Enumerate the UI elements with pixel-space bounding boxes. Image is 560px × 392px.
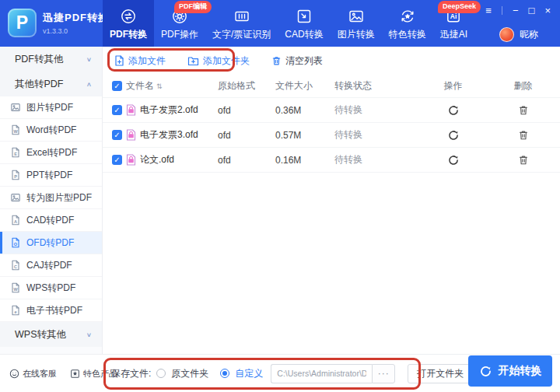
image-icon [10,192,21,203]
image-icon [348,8,365,25]
header: P 迅捷PDF转换器 v1.3.3.0 PDF转换 PDF编辑 PDF操作 [0,0,560,47]
select-all-checkbox[interactable]: ✓ [112,81,122,91]
clear-list-button[interactable]: 清空列表 [271,54,323,68]
table-header-row: ✓ 文件名⇅ 原始格式 文件大小 转换状态 操作 删除 [103,75,560,98]
open-folder-button[interactable]: 打开文件夹 [408,364,473,383]
original-folder-radio[interactable] [156,369,166,378]
convert-refresh-icon[interactable] [447,154,460,166]
row-checkbox[interactable]: ✓ [112,155,122,165]
menu-icon[interactable]: ≡ [485,5,492,16]
custom-folder-label[interactable]: 自定义 [235,367,263,380]
ebook-doc-icon: e [10,305,21,316]
deepseek-badge: DeepSeek [438,1,481,13]
ofd-file-icon [126,129,136,141]
file-size: 0.16M [275,155,334,166]
sidebar-item-excel-to-pdf[interactable]: E Excel转PDF [0,142,102,164]
tab-image-convert[interactable]: 图片转换 [331,0,382,47]
tab-label: 特色转换 [389,28,426,41]
maximize-icon[interactable]: □ [529,5,535,16]
svg-text:Ai: Ai [450,12,457,20]
svg-text:E: E [14,152,17,156]
delete-row-icon[interactable] [518,154,529,166]
save-file-options: 保存文件: 原文件夹 自定义 ··· 打开文件夹 [111,355,473,392]
star-refresh-icon [399,8,416,25]
sidebar-item-cad-to-pdf[interactable]: A CAD转PDF [0,209,102,232]
sidebar-item-label: Excel转PDF [26,146,77,159]
column-header-status: 转换状态 [334,79,420,93]
row-checkbox[interactable]: ✓ [112,105,122,115]
sidebar-item-label: CAD转PDF [26,214,74,227]
button-label: 开始转换 [499,364,542,378]
sidebar-item-image-to-pdf[interactable]: 图片转PDF [0,96,102,119]
column-header-name[interactable]: 文件名⇅ [126,79,218,93]
sidebar-item-caj-to-pdf[interactable]: C CAJ转PDF [0,254,102,277]
minimize-icon[interactable]: − [513,5,519,16]
sidebar-item-wps-to-pdf[interactable]: W WPS转PDF [0,277,102,299]
status-badge: 待转换 [334,153,420,166]
sidebar-item-label: 转为图片型PDF [26,191,92,205]
sidebar-item-ebook-to-pdf[interactable]: e 电子书转PDF [0,299,102,322]
folder-plus-icon [187,56,199,66]
ofd-file-icon [126,104,136,116]
save-path-group: ··· [271,364,395,383]
sidebar-item-to-image-pdf[interactable]: 转为图片型PDF [0,187,102,209]
online-service-link[interactable]: 在线客服 [9,368,57,380]
original-folder-label[interactable]: 原文件夹 [171,367,208,380]
sort-icon[interactable]: ⇅ [156,82,163,90]
footer-bar: 在线客服 特色产品 保存文件: 原文件夹 自定义 ··· 打开文件夹 开始转换 [0,354,560,392]
main-content: 添加文件 添加文件夹 清空列表 ✓ 文件名⇅ 原始格式 文件大小 转换状态 操作 [103,47,560,354]
sidebar: PDF转其他 ∨ 其他转PDF ∧ 图片转PDF W Word转PDF E Ex… [0,47,103,354]
pdf-edit-badge: PDF编辑 [174,1,212,13]
ticket-scan-icon [233,8,250,25]
custom-folder-radio[interactable] [220,369,229,378]
column-header-delete: 删除 [486,79,560,93]
convert-refresh-icon[interactable] [447,129,460,142]
tab-xunjie-ai[interactable]: DeepSeek Ai 迅捷AI [433,0,474,47]
star-badge-icon [70,369,80,379]
caj-doc-icon: C [10,260,21,271]
featured-products-link[interactable]: 特色产品 [70,368,117,380]
tab-pdf-convert[interactable]: PDF转换 [103,0,154,47]
svg-text:P: P [14,174,17,179]
cad-doc-icon: A [10,215,21,226]
browse-folder-button[interactable]: ··· [372,364,395,383]
delete-row-icon[interactable] [518,129,529,141]
wps-doc-icon: W [10,282,21,293]
sidebar-item-word-to-pdf[interactable]: W Word转PDF [0,119,102,142]
user-account[interactable]: 昵称 [499,27,538,42]
sidebar-group-pdf-to-other[interactable]: PDF转其他 ∨ [0,47,102,72]
tab-cad-convert[interactable]: CAD转换 [278,0,330,47]
add-folder-button[interactable]: 添加文件夹 [187,54,250,68]
sidebar-item-label: PPT转PDF [26,169,72,182]
delete-row-icon[interactable] [518,104,529,116]
window-controls: ≡ − □ × [485,5,551,16]
file-format: ofd [218,155,275,166]
column-header-size: 文件大小 [275,79,334,93]
row-checkbox[interactable]: ✓ [112,130,122,140]
swap-bubble-icon [120,8,137,25]
sidebar-item-label: 图片转PDF [26,101,73,114]
tab-ocr-recognition[interactable]: 文字/票证识别 [205,0,278,47]
link-label: 在线客服 [23,368,57,380]
sidebar-group-other-to-pdf[interactable]: 其他转PDF ∧ [0,72,102,96]
save-path-input[interactable] [271,364,372,383]
sidebar-item-label: 电子书转PDF [26,304,82,317]
column-header-format: 原始格式 [218,79,275,93]
app-window: P 迅捷PDF转换器 v1.3.3.0 PDF转换 PDF编辑 PDF操作 [0,0,560,392]
tab-pdf-operations[interactable]: PDF编辑 PDF操作 [154,0,205,47]
tab-featured-convert[interactable]: 特色转换 [382,0,433,47]
sidebar-item-ppt-to-pdf[interactable]: P PPT转PDF [0,164,102,187]
start-convert-button[interactable]: 开始转换 [468,355,552,387]
sidebar-item-ofd-to-pdf[interactable]: O OFD转PDF [0,232,102,254]
file-table: ✓ 文件名⇅ 原始格式 文件大小 转换状态 操作 删除 ✓ 电子发票2.ofd … [103,75,560,173]
file-size: 0.36M [275,105,334,116]
chevron-down-icon: ∨ [86,56,92,63]
close-icon[interactable]: × [544,5,551,16]
file-format: ofd [218,130,275,141]
file-name-cell: 电子发票3.ofd [126,128,218,142]
file-name-cell: 电子发票2.ofd [126,103,218,117]
convert-refresh-icon[interactable] [447,104,460,117]
add-file-button[interactable]: 添加文件 [114,54,166,68]
sidebar-group-wps-to-other[interactable]: WPS转其他 ∨ [0,322,102,347]
file-plus-icon [114,55,124,66]
